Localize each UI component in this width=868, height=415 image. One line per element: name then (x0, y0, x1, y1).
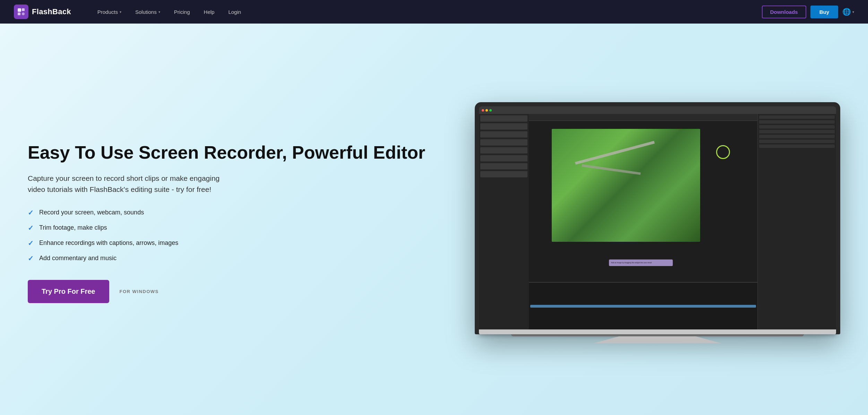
hero-content: Easy To Use Screen Recorder, Powerful Ed… (28, 142, 475, 303)
checkmark-icon: ✓ (28, 254, 34, 263)
image-widget: Add an image by dragging this widget int… (609, 259, 673, 266)
editor-main: Add an image by dragging this widget int… (479, 114, 836, 329)
timeline-track-1 (530, 305, 756, 308)
editor-right-panel (757, 114, 836, 329)
hero-section: Easy To Use Screen Recorder, Powerful Ed… (0, 24, 868, 415)
screen-content: Add an image by dragging this widget int… (479, 106, 836, 329)
navbar: FlashBack Products ▾ Solutions ▾ Pricing… (0, 0, 868, 24)
panel-row-4 (759, 130, 835, 133)
sidebar-tool-3 (480, 131, 527, 138)
checkmark-icon: ✓ (28, 224, 34, 232)
close-dot (482, 109, 484, 112)
brand-logo[interactable]: FlashBack (14, 5, 71, 19)
panel-row-7 (759, 144, 835, 148)
feature-label-2: Trim footage, make clips (39, 224, 107, 231)
svg-point-3 (22, 12, 25, 15)
editor-body: Add an image by dragging this widget int… (529, 114, 757, 329)
sidebar-tool-5 (480, 147, 527, 153)
maximize-dot (489, 109, 492, 112)
checkmark-icon: ✓ (28, 239, 34, 247)
nav-item-solutions[interactable]: Solutions ▾ (130, 6, 166, 18)
svg-rect-1 (22, 8, 25, 11)
canvas-aerial-image (552, 129, 701, 242)
chevron-down-icon: ▾ (852, 10, 854, 14)
try-pro-button[interactable]: Try Pro For Free (28, 280, 109, 303)
downloads-button[interactable]: Downloads (762, 6, 806, 18)
sidebar-tool-1 (480, 115, 527, 122)
nav-item-pricing[interactable]: Pricing (169, 6, 196, 18)
laptop-mockup: Add an image by dragging this widget int… (475, 102, 840, 343)
svg-rect-0 (18, 8, 21, 12)
feature-label-4: Add commentary and music (39, 255, 117, 262)
editor-canvas: Add an image by dragging this widget int… (529, 121, 757, 282)
chevron-down-icon: ▾ (120, 10, 121, 14)
svg-rect-2 (18, 12, 20, 15)
editor-topbar (479, 106, 836, 114)
sidebar-tool-4 (480, 139, 527, 145)
nav-item-login[interactable]: Login (223, 6, 247, 18)
panel-row-1 (759, 115, 835, 119)
canvas-road-1 (575, 141, 655, 165)
panel-row-6 (759, 140, 835, 143)
checkmark-icon: ✓ (28, 209, 34, 217)
nav-links: Products ▾ Solutions ▾ Pricing Help Logi… (92, 6, 762, 18)
nav-item-products[interactable]: Products ▾ (92, 6, 127, 18)
editor-timeline (529, 282, 757, 329)
logo-svg (17, 7, 26, 16)
panel-row-2 (759, 120, 835, 124)
panel-row-5 (759, 135, 835, 138)
chevron-down-icon: ▾ (158, 10, 160, 14)
canvas-road-2 (582, 164, 641, 175)
feature-item-3: ✓ Enhance recordings with captions, arro… (28, 239, 461, 247)
hero-image: Add an image by dragging this widget int… (475, 102, 840, 343)
nav-item-help[interactable]: Help (198, 6, 220, 18)
globe-language-selector[interactable]: 🌐 ▾ (842, 8, 854, 16)
feature-label-1: Record your screen, webcam, sounds (39, 209, 144, 216)
feature-item-4: ✓ Add commentary and music (28, 254, 461, 263)
feature-item-1: ✓ Record your screen, webcam, sounds (28, 209, 461, 217)
sidebar-tool-6 (480, 155, 527, 161)
features-list: ✓ Record your screen, webcam, sounds ✓ T… (28, 209, 461, 263)
sidebar-tool-7 (480, 163, 527, 169)
laptop-screen: Add an image by dragging this widget int… (479, 106, 836, 329)
globe-icon: 🌐 (842, 8, 851, 16)
laptop-hinge (511, 334, 804, 336)
sidebar-tool-2 (480, 123, 527, 130)
hero-subtitle: Capture your screen to record short clip… (28, 173, 229, 195)
hero-title: Easy To Use Screen Recorder, Powerful Ed… (28, 142, 461, 163)
feature-label-3: Enhance recordings with captions, arrows… (39, 239, 178, 247)
sidebar-tool-8 (480, 171, 527, 177)
laptop-body: Add an image by dragging this widget int… (475, 102, 840, 334)
feature-item-2: ✓ Trim footage, make clips (28, 224, 461, 232)
annotation-circle (716, 145, 730, 159)
nav-actions: Downloads Buy 🌐 ▾ (762, 6, 854, 18)
minimize-dot (485, 109, 488, 112)
platform-label: FOR WINDOWS (120, 289, 159, 294)
laptop-base (479, 329, 836, 334)
logo-icon (14, 5, 28, 19)
laptop-stand (593, 336, 721, 343)
editor-sidebar (479, 114, 529, 329)
editor-toolbar (529, 114, 757, 121)
cta-row: Try Pro For Free FOR WINDOWS (28, 280, 461, 303)
brand-name: FlashBack (32, 7, 71, 16)
buy-button[interactable]: Buy (810, 6, 838, 18)
panel-row-3 (759, 125, 835, 129)
